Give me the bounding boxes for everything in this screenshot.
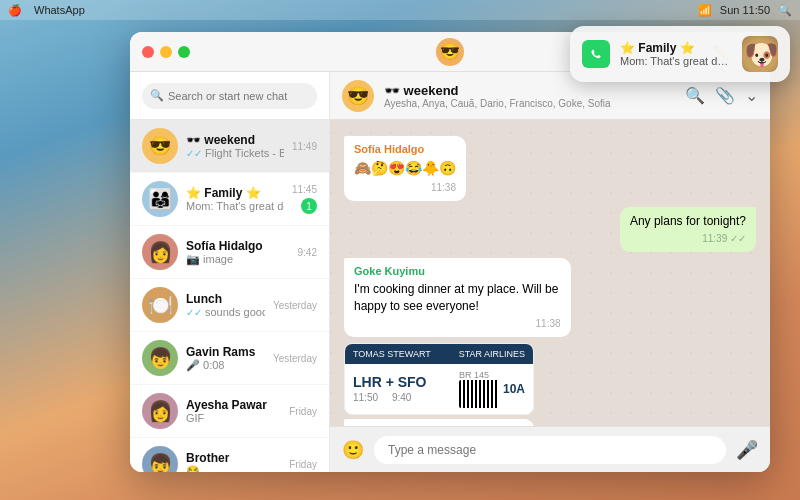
avatar-ayesha: 👩 <box>142 393 178 429</box>
message-goke: Goke Kuyimu I'm cooking dinner at my pla… <box>344 258 571 337</box>
chat-header-members: Ayesha, Anya, Cauã, Dario, Francisco, Go… <box>384 98 675 109</box>
avatar-lunch: 🍽️ <box>142 287 178 323</box>
chat-time-gavin: Yesterday <box>273 353 317 364</box>
chat-preview-sofia: 📷 image <box>186 253 290 266</box>
notif-title: ⭐ Family ⭐ <box>620 41 732 55</box>
notif-body: Mom: That's great dear! <box>620 55 732 67</box>
minimize-button[interactable] <box>160 46 172 58</box>
chat-time-ayesha: Friday <box>289 406 317 417</box>
chat-name-lunch: Lunch <box>186 292 265 306</box>
ticket-times: 11:50 9:40 <box>353 392 427 403</box>
chat-header-name: 🕶️ weekend <box>384 83 675 98</box>
chat-preview-lunch: ✓✓ sounds good! <box>186 306 265 318</box>
search-icon: 🔍 <box>150 89 164 102</box>
avatar-weekend: 😎 <box>142 128 178 164</box>
notif-content: ⭐ Family ⭐ Mom: That's great dear! <box>620 41 732 67</box>
chat-item-lunch[interactable]: 🍽️ Lunch ✓✓ sounds good! Yesterday <box>130 279 329 332</box>
chat-name-gavin: Gavin Rams <box>186 345 265 359</box>
message-file: PDF Flight Tickets - BR 14... PDF • 212 … <box>344 419 534 426</box>
wifi-icon: 📶 <box>698 4 712 17</box>
sidebar-header: 🔍 <box>130 72 329 120</box>
message-sofia-emoji: Sofía Hidalgo 🙈🤔😍😂🐥🙃 11:38 <box>344 136 466 201</box>
chat-list: 😎 🕶️ weekend ✓✓ Flight Tickets - BR 145.… <box>130 120 329 472</box>
chat-header-actions: 🔍 📎 ⌄ <box>685 86 758 105</box>
chat-preview-brother: 😂 <box>186 465 281 473</box>
ticket-seat: 10A <box>503 382 525 396</box>
msg-content-sofia: 🙈🤔😍😂🐥🙃 <box>354 159 456 179</box>
menubar-left: 🍎 WhatsApp <box>8 4 85 17</box>
more-options-button[interactable]: ⌄ <box>745 86 758 105</box>
chat-preview-weekend: ✓✓ Flight Tickets - BR 145.pdf <box>186 147 284 159</box>
chat-meta-sofia: 9:42 <box>298 247 317 258</box>
chat-time-weekend: 11:49 <box>292 141 317 152</box>
titlebar-avatar: 😎 <box>436 38 464 66</box>
notification-banner[interactable]: ⭐ Family ⭐ Mom: That's great dear! <box>570 26 790 82</box>
input-bar: 🙂 🎤 <box>330 426 770 472</box>
msg-content-goke: I'm cooking dinner at my place. Will be … <box>354 282 558 313</box>
ticket-header: TOMAS STEWART STAR AIRLINES <box>345 344 533 364</box>
traffic-lights <box>142 46 190 58</box>
chat-item-sofia[interactable]: 👩 Sofía Hidalgo 📷 image 9:42 <box>130 226 329 279</box>
chat-info-family: ⭐ Family ⭐ Mom: That's great dear! <box>186 186 284 212</box>
chat-header-info: 🕶️ weekend Ayesha, Anya, Cauã, Dario, Fr… <box>384 83 675 109</box>
emoji-button[interactable]: 🙂 <box>342 439 364 461</box>
read-receipt-weekend: ✓✓ <box>186 148 202 159</box>
menubar: 🍎 WhatsApp 📶 Sun 11:50 🔍 <box>0 0 800 20</box>
chat-preview-ayesha: GIF <box>186 412 281 424</box>
chat-item-family[interactable]: 👨‍👩‍👧 ⭐ Family ⭐ Mom: That's great dear!… <box>130 173 329 226</box>
search-bar[interactable]: 🔍 <box>142 83 317 109</box>
chat-info-weekend: 🕶️ weekend ✓✓ Flight Tickets - BR 145.pd… <box>186 133 284 159</box>
ticket-passenger: TOMAS STEWART <box>353 349 431 359</box>
chat-preview-gavin: 🎤 0:08 <box>186 359 265 372</box>
search-chat-button[interactable]: 🔍 <box>685 86 705 105</box>
chat-time-lunch: Yesterday <box>273 300 317 311</box>
message-input[interactable] <box>374 436 726 464</box>
app-menu[interactable]: WhatsApp <box>34 4 85 17</box>
ticket-flight-label: BR 145 <box>459 370 499 380</box>
chat-time-sofia: 9:42 <box>298 247 317 258</box>
search-menubar-icon[interactable]: 🔍 <box>778 4 792 17</box>
chat-item-weekend[interactable]: 😎 🕶️ weekend ✓✓ Flight Tickets - BR 145.… <box>130 120 329 173</box>
chat-item-brother[interactable]: 👦 Brother 😂 Friday <box>130 438 329 472</box>
chat-panel: 😎 🕶️ weekend Ayesha, Anya, Cauã, Dario, … <box>330 72 770 472</box>
msg-sender-sofia: Sofía Hidalgo <box>354 142 456 157</box>
chat-name-ayesha: Ayesha Pawar <box>186 398 281 412</box>
msg-time-sofia: 11:38 <box>354 181 456 195</box>
chat-info-gavin: Gavin Rams 🎤 0:08 <box>186 345 265 372</box>
menu-time: Sun 11:50 <box>720 4 770 16</box>
maximize-button[interactable] <box>178 46 190 58</box>
notif-app-icon <box>582 40 610 68</box>
chat-preview-family: Mom: That's great dear! <box>186 200 284 212</box>
chat-name-sofia: Sofía Hidalgo <box>186 239 290 253</box>
app-body: 🔍 😎 🕶️ weekend ✓✓ Flight Tickets - BR 14… <box>130 72 770 472</box>
chat-header-avatar: 😎 <box>342 80 374 112</box>
sidebar: 🔍 😎 🕶️ weekend ✓✓ Flight Tickets - BR 14… <box>130 72 330 472</box>
ticket-body: LHR + SFO 11:50 9:40 BR 145 10A <box>345 364 533 414</box>
chat-meta-gavin: Yesterday <box>273 353 317 364</box>
apple-menu[interactable]: 🍎 <box>8 4 22 17</box>
app-window: 😎 ✏️ ⌄ 🔍 😎 🕶️ weekend <box>130 32 770 472</box>
close-button[interactable] <box>142 46 154 58</box>
message-out-plans: Any plans for tonight? 11:39 ✓✓ <box>620 207 756 252</box>
read-receipt-lunch: ✓✓ <box>186 307 202 318</box>
ticket-barcode <box>459 380 499 408</box>
unread-badge-family: 1 <box>301 198 317 214</box>
msg-time-goke: 11:38 <box>354 317 561 331</box>
ticket-airline: STAR AIRLINES <box>459 349 525 359</box>
chat-item-gavin[interactable]: 👦 Gavin Rams 🎤 0:08 Yesterday <box>130 332 329 385</box>
message-ticket-group: TOMAS STEWART STAR AIRLINES LHR + SFO 11… <box>344 343 534 426</box>
chat-name-brother: Brother <box>186 451 281 465</box>
search-input[interactable] <box>168 90 309 102</box>
file-attach-inner: PDF Flight Tickets - BR 14... PDF • 212 … <box>344 419 534 426</box>
chat-meta-lunch: Yesterday <box>273 300 317 311</box>
mic-button[interactable]: 🎤 <box>736 439 758 461</box>
chat-info-ayesha: Ayesha Pawar GIF <box>186 398 281 424</box>
chat-time-family: 11:45 <box>292 184 317 195</box>
attach-button[interactable]: 📎 <box>715 86 735 105</box>
messages-area: ↗ How cool is that! 11:38 Sofía Hidalgo … <box>330 120 770 426</box>
menubar-right: 📶 Sun 11:50 🔍 <box>698 4 792 17</box>
chat-meta-ayesha: Friday <box>289 406 317 417</box>
chat-item-ayesha[interactable]: 👩 Ayesha Pawar GIF Friday <box>130 385 329 438</box>
msg-time-plans: 11:39 ✓✓ <box>630 232 746 246</box>
avatar-sofia: 👩 <box>142 234 178 270</box>
